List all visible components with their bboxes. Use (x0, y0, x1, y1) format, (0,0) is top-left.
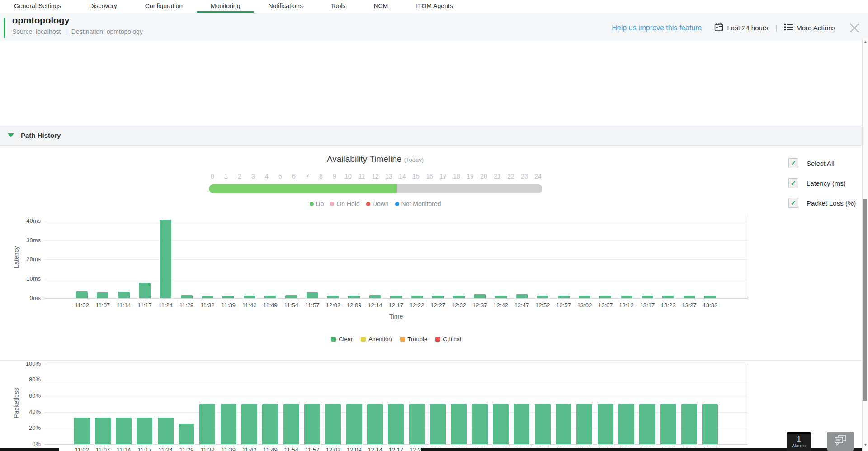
bar-13-27[interactable] (684, 296, 695, 298)
checkbox-select-all[interactable]: ✓Select All (788, 158, 856, 168)
bar-13-17[interactable] (642, 296, 653, 298)
checkbox-box[interactable]: ✓ (788, 158, 798, 168)
bar-12-09[interactable] (346, 404, 362, 444)
bar-13-02[interactable] (576, 404, 592, 444)
bar-13-12[interactable] (618, 404, 634, 444)
bar-11-29[interactable] (179, 424, 194, 444)
bar-12-52[interactable] (537, 296, 548, 298)
bar-12-47[interactable] (516, 294, 528, 298)
bar-12-17[interactable] (390, 296, 402, 298)
chat-button[interactable] (827, 432, 854, 451)
bar-12-22[interactable] (409, 404, 425, 444)
help-improve-link[interactable]: Help us improve this feature (612, 24, 702, 32)
bar-11-14[interactable] (118, 292, 130, 298)
bar-11-57[interactable] (307, 292, 318, 298)
bar-12-37[interactable] (474, 294, 486, 298)
tab-monitoring[interactable]: Monitoring (197, 0, 254, 13)
scrollbar-thumb[interactable] (863, 199, 867, 401)
bar-11-07[interactable] (97, 292, 108, 298)
scroll-down-arrow-icon[interactable]: ▼ (863, 443, 868, 447)
checkbox-latency-ms[interactable]: ✓Latency (ms) (788, 178, 856, 188)
tab-itom-agents[interactable]: ITOM Agents (402, 0, 467, 13)
bar-12-42[interactable] (495, 296, 507, 298)
bar-11-17[interactable] (139, 283, 151, 298)
bar-11-02[interactable] (74, 418, 90, 444)
hour-label: 13 (382, 173, 396, 180)
bar-11-57[interactable] (304, 404, 320, 444)
bar-11-49[interactable] (264, 296, 276, 298)
bar-12-32[interactable] (453, 296, 465, 298)
bar-11-24[interactable] (158, 418, 174, 444)
hour-label: 16 (423, 173, 436, 180)
bar-12-57[interactable] (558, 296, 570, 298)
bar-12-32[interactable] (451, 404, 467, 444)
y-axis-title: Latency (13, 235, 20, 280)
bar-12-22[interactable] (411, 296, 423, 298)
hour-label: 8 (314, 173, 328, 180)
bar-11-32[interactable] (199, 404, 215, 444)
bar-13-22[interactable] (660, 404, 676, 444)
bar-12-14[interactable] (369, 295, 381, 298)
bar-12-52[interactable] (535, 404, 551, 444)
path-history-title: Path History (21, 132, 61, 139)
bar-12-47[interactable] (514, 404, 529, 444)
hour-label: 21 (491, 173, 504, 180)
bar-13-32[interactable] (702, 404, 718, 444)
bar-13-32[interactable] (704, 296, 716, 298)
tab-general-settings[interactable]: General Settings (0, 0, 75, 13)
bar-12-09[interactable] (348, 296, 360, 298)
bar-11-54[interactable] (283, 404, 299, 444)
bar-13-17[interactable] (639, 404, 655, 444)
alarms-badge[interactable]: 1 Alarms (787, 432, 811, 451)
hour-label: 0 (206, 173, 219, 180)
bar-12-27[interactable] (430, 404, 446, 444)
bar-13-12[interactable] (621, 296, 632, 298)
bar-12-27[interactable] (432, 296, 444, 298)
availability-legend-item-on-hold: On Hold (330, 200, 359, 207)
path-history-header[interactable]: Path History (0, 125, 862, 146)
bar-11-24[interactable] (160, 220, 171, 298)
tab-notifications[interactable]: Notifications (254, 0, 316, 13)
more-actions-button[interactable]: More Actions (784, 23, 835, 32)
bar-13-07[interactable] (599, 296, 611, 298)
scroll-up-arrow-icon[interactable]: ▲ (863, 40, 868, 44)
bar-11-49[interactable] (262, 404, 278, 444)
bar-12-57[interactable] (556, 404, 571, 444)
bar-11-42[interactable] (244, 296, 255, 298)
destination-label: Destination: opmtopology (71, 28, 143, 35)
bar-11-29[interactable] (181, 295, 193, 298)
tab-tools[interactable]: Tools (317, 0, 360, 13)
bar-11-17[interactable] (137, 418, 152, 444)
bar-11-42[interactable] (241, 404, 257, 444)
bar-11-02[interactable] (76, 291, 88, 298)
list-icon (784, 23, 793, 32)
bar-11-39[interactable] (221, 404, 236, 444)
bar-13-22[interactable] (662, 296, 674, 298)
tab-ncm[interactable]: NCM (359, 0, 402, 13)
tab-configuration[interactable]: Configuration (131, 0, 197, 13)
bar-12-14[interactable] (367, 404, 383, 444)
bar-13-07[interactable] (598, 404, 613, 444)
status-legend-item-attention: Attention (361, 336, 392, 343)
bar-11-32[interactable] (202, 296, 213, 298)
bar-11-07[interactable] (95, 418, 111, 444)
tab-discovery[interactable]: Discovery (75, 0, 131, 13)
bar-11-54[interactable] (285, 295, 297, 298)
bar-11-14[interactable] (116, 418, 132, 444)
checkbox-box[interactable]: ✓ (788, 178, 798, 188)
bar-11-39[interactable] (222, 296, 234, 298)
legend-label: Attention (368, 336, 392, 343)
checkbox-box[interactable]: ✓ (788, 198, 798, 208)
time-range-button[interactable]: Last 24 hours (714, 23, 768, 33)
bar-12-17[interactable] (388, 404, 404, 444)
bar-12-37[interactable] (472, 404, 488, 444)
legend-swatch-icon (331, 337, 336, 342)
bar-12-02[interactable] (327, 296, 339, 298)
bar-12-02[interactable] (325, 404, 341, 444)
bar-13-02[interactable] (579, 296, 590, 298)
bar-12-42[interactable] (493, 404, 509, 444)
close-icon[interactable] (849, 23, 860, 33)
gridline (44, 444, 748, 445)
bar-13-27[interactable] (681, 404, 697, 444)
checkbox-packet-loss[interactable]: ✓Packet Loss (%) (788, 198, 856, 208)
